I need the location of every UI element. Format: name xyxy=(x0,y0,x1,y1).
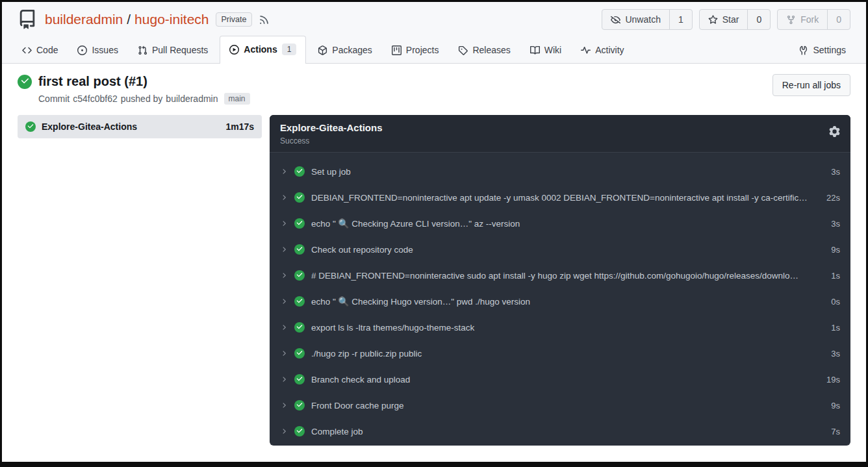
step-row[interactable]: Set up job 3s xyxy=(280,158,840,184)
gitea-repo-actions-page: builderadmin / hugo-initech Private Unwa… xyxy=(0,0,868,467)
chevron-right-icon[interactable] xyxy=(280,427,288,435)
watch-count[interactable]: 1 xyxy=(669,10,692,29)
step-success-icon xyxy=(294,218,305,229)
chevron-right-icon[interactable] xyxy=(280,220,288,227)
unwatch-button[interactable]: Unwatch 1 xyxy=(602,9,692,30)
step-duration: 19s xyxy=(826,375,840,385)
job-log-header: Explore-Gitea-Actions Success xyxy=(270,115,850,153)
step-row[interactable]: Front Door cache purge 9s xyxy=(280,392,840,418)
repo-name-link[interactable]: hugo-initech xyxy=(134,12,209,27)
jobs-sidebar: Explore-Gitea-Actions 1m17s xyxy=(18,115,262,138)
step-duration: 3s xyxy=(831,219,840,229)
tab-packages-label: Packages xyxy=(332,45,372,55)
tab-wiki-label: Wiki xyxy=(544,45,561,55)
project-board-icon xyxy=(392,45,402,55)
tab-code[interactable]: Code xyxy=(14,38,66,63)
fork-button[interactable]: Fork 0 xyxy=(777,9,850,30)
tab-settings[interactable]: Settings xyxy=(791,38,854,63)
run-header: first real post (#1) Commit c54fc0bf62 p… xyxy=(18,74,850,105)
step-success-icon xyxy=(294,400,305,410)
tab-releases-label: Releases xyxy=(472,45,510,55)
tab-packages[interactable]: Packages xyxy=(310,38,379,63)
log-settings-gear-icon[interactable] xyxy=(829,126,840,137)
star-label: Star xyxy=(722,14,739,25)
repo-tabbar: Code Issues Pull Requests Actions 1 Pack… xyxy=(2,36,866,64)
step-duration: 9s xyxy=(831,401,840,410)
chevron-right-icon[interactable] xyxy=(280,246,288,253)
tab-wiki[interactable]: Wiki xyxy=(522,38,569,63)
fork-label: Fork xyxy=(800,14,819,25)
star-button[interactable]: Star 0 xyxy=(699,9,771,30)
step-row[interactable]: export ls ls -ltra themes/hugo-theme-sta… xyxy=(280,314,840,340)
chevron-right-icon[interactable] xyxy=(280,375,288,383)
tab-actions-label: Actions xyxy=(244,44,277,55)
step-duration: 3s xyxy=(831,167,840,177)
step-name: Complete job xyxy=(311,427,814,436)
step-duration: 0s xyxy=(831,297,840,307)
job-log-panel: Explore-Gitea-Actions Success Set up job… xyxy=(270,115,850,446)
step-row[interactable]: Branch check and upload 19s xyxy=(280,366,840,392)
chevron-right-icon[interactable] xyxy=(280,349,288,357)
top-section: builderadmin / hugo-initech Private Unwa… xyxy=(2,2,866,64)
unwatch-label: Unwatch xyxy=(625,14,660,25)
pulse-icon xyxy=(581,45,591,55)
job-log-title: Explore-Gitea-Actions xyxy=(280,122,383,133)
step-name: Set up job xyxy=(311,167,814,177)
tab-issues-label: Issues xyxy=(92,45,118,55)
step-duration: 1s xyxy=(831,323,840,333)
fork-icon xyxy=(786,15,796,25)
package-icon xyxy=(318,45,327,55)
tab-settings-label: Settings xyxy=(813,45,846,55)
rerun-all-jobs-button[interactable]: Re-run all jobs xyxy=(772,74,850,96)
tab-projects-label: Projects xyxy=(406,45,439,55)
tab-releases[interactable]: Releases xyxy=(450,38,518,63)
step-row[interactable]: DEBIAN_FRONTEND=noninteractive apt updat… xyxy=(280,184,840,210)
tab-activity[interactable]: Activity xyxy=(573,38,632,63)
repo-icon xyxy=(18,10,37,29)
step-row[interactable]: # DEBIAN_FRONTEND=noninteractive sudo ap… xyxy=(280,262,840,288)
job-steps-list: Set up job 3s DEBIAN_FRONTEND=noninterac… xyxy=(270,153,850,446)
commit-line: Commit c54fc0bf62 pushed by builderadmin… xyxy=(38,93,250,105)
step-row[interactable]: Complete job 7s xyxy=(280,418,840,444)
step-name: Front Door cache purge xyxy=(311,401,814,410)
job-status: Success xyxy=(280,136,383,145)
tag-icon xyxy=(458,45,468,55)
chevron-right-icon[interactable] xyxy=(280,168,288,175)
step-duration: 22s xyxy=(826,193,840,203)
tab-code-label: Code xyxy=(36,45,58,55)
step-success-icon xyxy=(294,244,305,255)
tab-projects[interactable]: Projects xyxy=(384,38,447,63)
commit-sha[interactable]: c54fc0bf62 xyxy=(73,94,118,104)
step-success-icon xyxy=(294,374,305,385)
step-success-icon xyxy=(294,426,305,436)
eye-slash-icon xyxy=(611,15,620,25)
fork-count[interactable]: 0 xyxy=(827,10,850,29)
job-item-explore-gitea-actions[interactable]: Explore-Gitea-Actions 1m17s xyxy=(18,115,262,138)
tab-actions[interactable]: Actions 1 xyxy=(220,36,306,64)
step-name: Check out repository code xyxy=(311,245,814,255)
repo-owner-link[interactable]: builderadmin xyxy=(45,12,123,27)
star-count[interactable]: 0 xyxy=(747,10,770,29)
chevron-right-icon[interactable] xyxy=(280,401,288,409)
repo-title: builderadmin / hugo-initech xyxy=(45,12,209,27)
tab-pull-requests[interactable]: Pull Requests xyxy=(130,38,216,63)
chevron-right-icon[interactable] xyxy=(280,297,288,305)
step-row[interactable]: echo " 🔍 Checking Hugo version…" pwd ./h… xyxy=(280,288,840,314)
step-duration: 1s xyxy=(831,271,840,281)
branch-badge[interactable]: main xyxy=(224,93,250,105)
step-row[interactable]: echo " 🔍 Checking Azure CLI version…" az… xyxy=(280,210,840,236)
code-icon xyxy=(22,45,32,55)
step-row[interactable]: Check out repository code 9s xyxy=(280,236,840,262)
step-name: ./hugo zip -r public.zip public xyxy=(311,349,814,359)
star-icon xyxy=(708,15,718,25)
step-success-icon xyxy=(294,296,305,307)
chevron-right-icon[interactable] xyxy=(280,323,288,331)
chevron-right-icon[interactable] xyxy=(280,271,288,279)
step-row[interactable]: ./hugo zip -r public.zip public 3s xyxy=(280,340,840,366)
commit-author[interactable]: builderadmin xyxy=(166,94,218,104)
step-success-icon xyxy=(294,166,305,177)
rss-icon[interactable] xyxy=(259,14,270,25)
tab-issues[interactable]: Issues xyxy=(70,38,125,63)
step-name: # DEBIAN_FRONTEND=noninteractive sudo ap… xyxy=(311,271,814,281)
chevron-right-icon[interactable] xyxy=(280,194,288,201)
